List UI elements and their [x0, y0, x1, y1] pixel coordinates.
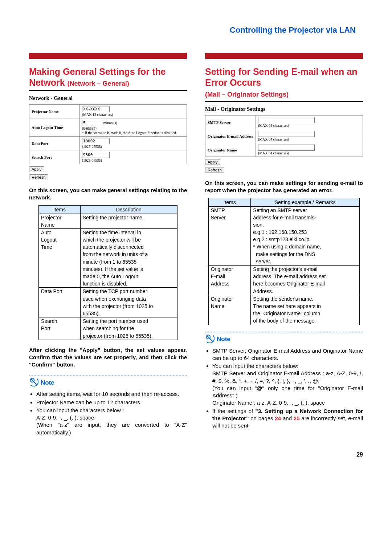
dotted-separator — [29, 375, 187, 376]
dotted-separator — [205, 332, 363, 332]
th-desc: Description — [80, 205, 177, 214]
net-mid: on pages — [249, 415, 275, 421]
left-title-sub: (Network – General) — [68, 80, 129, 87]
orig-name-input[interactable] — [258, 145, 315, 151]
left-section-title: Making General Settings for the Network … — [29, 66, 187, 88]
divider — [29, 90, 187, 91]
auto-logout-note: * If the set value is made 0, the Auto L… — [82, 131, 177, 135]
refresh-button[interactable]: Refresh — [29, 174, 48, 180]
apply-button[interactable]: Apply — [29, 166, 44, 172]
right-desc-table: Items Setting example / Remarks SMTPSett… — [208, 198, 360, 325]
th-items: Items — [208, 198, 251, 206]
divider — [205, 101, 363, 102]
auto-logout-range: (0-65535) — [82, 126, 97, 130]
orig-email-hint: (MAX 64 characters) — [258, 137, 289, 141]
net-pre: If the settings of — [212, 408, 256, 414]
search-port-input[interactable] — [82, 152, 110, 158]
auto-logout-label: Auto Logout Time — [29, 118, 80, 137]
net-and: and — [281, 415, 294, 421]
projector-name-label: Projector Name — [29, 105, 80, 118]
chars-intro: You can input the characters below: — [212, 363, 298, 369]
left-notes-list: After setting items, wait for 10 seconds… — [31, 390, 187, 436]
orig-email-label: Originator E-mail Address — [205, 129, 256, 143]
list-item: You can input the characters below: SMTP… — [212, 362, 363, 407]
right-column: Setting for Sending E-mail when an Error… — [205, 53, 363, 437]
right-notes-list: SMTP Server, Originator E-mail Address a… — [207, 347, 363, 430]
after-apply-text: After clicking the "Apply" button, the s… — [29, 347, 187, 369]
network-general-form: Projector Name (MAX 12 characters) Auto … — [29, 104, 187, 164]
red-bar — [205, 53, 363, 59]
page-number: 29 — [29, 451, 363, 458]
data-port-label: Data Port — [29, 137, 80, 150]
auto-logout-unit: minute(s) — [103, 121, 117, 125]
orig-name-hint: (MAX 64 characters) — [258, 151, 289, 155]
smtp-label: SMTP Server — [205, 116, 256, 129]
note-text: Note — [41, 379, 54, 386]
smtp-input[interactable] — [258, 117, 315, 123]
red-bar — [29, 53, 187, 59]
mail-originator-form: SMTP Server (MAX 64 characters) Originat… — [205, 115, 363, 157]
list-item: SMTP Server, Originator E-mail Address a… — [212, 347, 363, 362]
right-intro: On this screen, you can make settings fo… — [205, 179, 363, 194]
note-icon — [205, 334, 215, 345]
left-intro: On this screen, you can make general set… — [29, 187, 187, 202]
list-item: You can input the characters below : A-Z… — [36, 407, 187, 436]
projector-name-hint: (MAX 12 characters) — [82, 113, 113, 117]
form-title-right: Mail - Originator Settings — [205, 106, 363, 112]
projector-name-input[interactable] — [82, 106, 110, 112]
page-link-25[interactable]: 25 — [294, 415, 300, 421]
left-desc-table: Items Description ProjectorSetting the p… — [38, 205, 177, 340]
note-label-left: Note — [29, 377, 54, 388]
orig-name-label: Originator Name — [205, 143, 256, 157]
smtp-hint: (MAX 64 characters) — [258, 123, 289, 127]
list-item: Projector Name can be up to 12 character… — [36, 399, 187, 406]
form-title-left: Network - General — [29, 95, 187, 101]
left-column: Making General Settings for the Network … — [29, 53, 187, 437]
list-item: If the settings of "3. Setting up a Netw… — [212, 408, 363, 430]
right-title-main: Setting for Sending E-mail when an Error… — [205, 66, 357, 88]
right-title-sub: (Mail – Originator Settings) — [205, 91, 289, 98]
apply-button[interactable]: Apply — [205, 159, 220, 165]
chars-line2: Originator Name : a-z, A-Z, 0-9, -, _, (… — [212, 400, 325, 406]
list-item: After setting items, wait for 10 seconds… — [36, 390, 187, 398]
chars-line1: SMTP Server and Originator E-mail Addres… — [212, 370, 363, 384]
th-items: Items — [39, 205, 81, 214]
chars-paren: (You can input "@" only one time for "Or… — [212, 385, 363, 398]
th-desc: Setting example / Remarks — [251, 198, 360, 206]
data-port-range: (1025-65535) — [82, 145, 102, 149]
note-label-right: Note — [205, 334, 230, 345]
page-link-24[interactable]: 24 — [275, 415, 281, 421]
data-port-input[interactable] — [82, 138, 110, 144]
search-port-label: Search Port — [29, 150, 80, 164]
search-port-range: (1025-65535) — [82, 158, 102, 162]
refresh-button[interactable]: Refresh — [205, 167, 224, 173]
orig-email-input[interactable] — [258, 131, 315, 137]
note-text: Note — [217, 336, 230, 343]
page-title: Controlling the Projector via LAN — [29, 25, 356, 35]
right-section-title: Setting for Sending E-mail when an Error… — [205, 66, 363, 99]
auto-logout-input[interactable] — [82, 120, 102, 126]
note-icon — [29, 377, 38, 388]
